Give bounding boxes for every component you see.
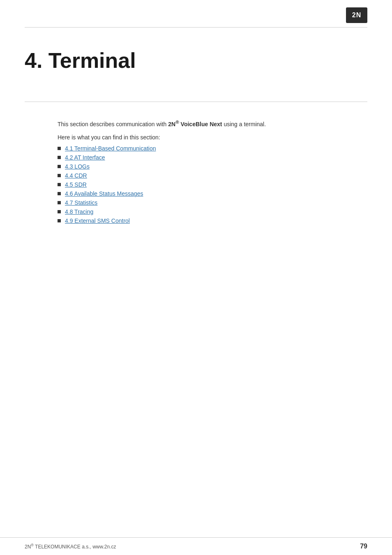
page-container: 2N 4. Terminal This section describes co… (0, 0, 392, 555)
toc-list-item: 4.9 External SMS Control (58, 217, 367, 224)
toc-list-item: 4.8 Tracing (58, 208, 367, 215)
bullet-icon (58, 165, 61, 168)
intro-prefix: This section describes communication wit… (58, 121, 168, 127)
bullet-icon (58, 219, 61, 222)
intro-brand: 2N® VoiceBlue Next (168, 121, 222, 127)
section-divider (25, 102, 367, 102)
intro-paragraph-1: This section describes communication wit… (58, 118, 367, 129)
toc-item-8[interactable]: 4.8 Tracing (65, 208, 93, 215)
bullet-icon (58, 210, 61, 213)
footer-left: 2N® TELEKOMUNIKACE a.s., www.2n.cz (25, 543, 116, 550)
toc-item-5[interactable]: 4.5 SDR (65, 181, 87, 188)
toc-list-item: 4.6 Available Status Messages (58, 190, 367, 197)
toc-item-2[interactable]: 4.2 AT Interface (65, 154, 105, 161)
bullet-icon (58, 174, 61, 177)
toc-list: 4.1 Terminal-Based Communication4.2 AT I… (58, 145, 367, 224)
toc-list-item: 4.5 SDR (58, 181, 367, 188)
toc-list-item: 4.7 Statistics (58, 199, 367, 206)
bullet-icon (58, 201, 61, 204)
intro-suffix: using a terminal. (222, 121, 266, 127)
logo-box: 2N (346, 7, 367, 23)
toc-item-3[interactable]: 4.3 LOGs (65, 163, 90, 170)
chapter-title: 4. Terminal (25, 48, 367, 77)
footer-page-number: 79 (360, 543, 367, 550)
intro-paragraph-2: Here is what you can find in this sectio… (58, 133, 367, 142)
top-bar: 2N (25, 0, 367, 28)
bullet-icon (58, 183, 61, 186)
toc-list-item: 4.1 Terminal-Based Communication (58, 145, 367, 152)
content-area: This section describes communication wit… (25, 118, 367, 224)
toc-item-6[interactable]: 4.6 Available Status Messages (65, 190, 143, 197)
toc-list-item: 4.2 AT Interface (58, 154, 367, 161)
toc-item-7[interactable]: 4.7 Statistics (65, 199, 97, 206)
bullet-icon (58, 192, 61, 195)
toc-list-item: 4.3 LOGs (58, 163, 367, 170)
toc-item-1[interactable]: 4.1 Terminal-Based Communication (65, 145, 156, 152)
toc-item-4[interactable]: 4.4 CDR (65, 172, 87, 179)
bullet-icon (58, 147, 61, 150)
logo-text: 2N (352, 12, 361, 19)
footer: 2N® TELEKOMUNIKACE a.s., www.2n.cz 79 (0, 537, 392, 555)
bullet-icon (58, 156, 61, 159)
toc-item-9[interactable]: 4.9 External SMS Control (65, 217, 130, 224)
toc-list-item: 4.4 CDR (58, 172, 367, 179)
